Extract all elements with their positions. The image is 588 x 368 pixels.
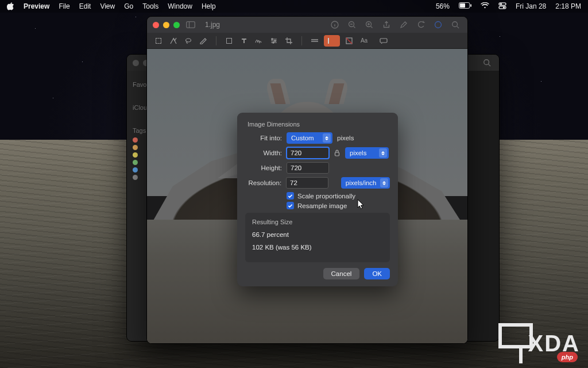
resolution-unit-select[interactable]: pixels/inch [341, 177, 390, 189]
resolution-input[interactable] [286, 177, 328, 189]
svg-rect-3 [499, 2, 506, 5]
tool-text-icon[interactable] [238, 36, 250, 46]
menu-edit[interactable]: Edit [79, 2, 91, 10]
zoom-in-icon[interactable] [363, 18, 376, 31]
svg-point-5 [500, 3, 501, 4]
menu-go[interactable]: Go [124, 2, 133, 10]
svg-point-14 [186, 39, 191, 42]
markup-icon[interactable] [397, 18, 410, 31]
svg-point-7 [484, 60, 489, 65]
rotate-icon[interactable] [415, 18, 427, 31]
scale-proportionally-checkbox[interactable] [287, 192, 294, 200]
svg-rect-19 [380, 39, 387, 43]
svg-point-15 [272, 38, 273, 39]
menu-file[interactable]: File [59, 2, 69, 10]
svg-point-17 [273, 41, 274, 43]
menubar-time[interactable]: 2:18 PM [555, 2, 581, 10]
mouse-cursor-icon [357, 199, 365, 211]
width-label: Width: [245, 150, 282, 156]
resolution-label: Resolution: [245, 179, 281, 186]
chevron-updown-icon [379, 148, 387, 158]
tool-sketch-icon[interactable] [198, 36, 209, 46]
tool-instant-alpha-icon[interactable] [168, 36, 179, 46]
php-badge: php [557, 352, 578, 362]
fit-into-select[interactable]: Custom [287, 132, 332, 144]
resulting-size-title: Resulting Size [252, 218, 383, 225]
tool-font-icon[interactable]: Aa [358, 36, 370, 46]
window-close-icon[interactable] [153, 22, 159, 28]
height-input[interactable] [287, 162, 329, 174]
resample-image-checkbox[interactable] [287, 202, 294, 209]
window-maximize-icon[interactable] [173, 22, 180, 28]
window-minimize-icon[interactable] [163, 22, 169, 28]
search-icon[interactable] [481, 56, 493, 69]
width-height-unit-select[interactable]: pixels [345, 147, 389, 159]
resulting-percent: 66.7 percent [252, 231, 383, 238]
svg-rect-1 [460, 3, 465, 7]
search-icon[interactable] [449, 18, 462, 31]
tool-line-style-icon[interactable] [309, 36, 320, 46]
dialog-title: Image Dimensions [247, 121, 390, 128]
menu-tools[interactable]: Tools [142, 2, 158, 10]
svg-point-11 [366, 22, 372, 27]
fit-into-unit: pixels [337, 135, 354, 141]
svg-rect-4 [499, 6, 506, 8]
apple-menu-icon[interactable] [7, 2, 14, 10]
svg-rect-18 [346, 38, 352, 44]
chevron-updown-icon [380, 178, 388, 187]
width-input[interactable] [287, 147, 329, 159]
lock-icon[interactable] [332, 148, 342, 158]
svg-point-9 [331, 21, 338, 28]
markup-toolbar: Aa [147, 33, 467, 49]
svg-rect-8 [187, 22, 195, 28]
zoom-out-icon[interactable] [346, 18, 358, 31]
tool-select-rect-icon[interactable] [153, 36, 164, 46]
cancel-button[interactable]: Cancel [323, 268, 360, 279]
wifi-icon[interactable] [481, 2, 489, 10]
finder-close-icon[interactable] [133, 60, 139, 66]
svg-rect-20 [335, 152, 339, 156]
tool-shapes-icon[interactable] [223, 36, 235, 46]
fit-into-label: Fit into: [245, 135, 282, 141]
chevron-updown-icon [323, 133, 331, 143]
svg-rect-2 [470, 4, 471, 7]
tool-fill-color-icon[interactable] [343, 36, 355, 46]
resulting-size-box: Resulting Size 66.7 percent 102 KB (was … [245, 213, 390, 262]
share-icon[interactable] [380, 18, 393, 31]
menu-help[interactable]: Help [202, 2, 216, 10]
svg-point-13 [452, 22, 458, 27]
adjust-size-dialog: Image Dimensions Fit into: Custom pixels… [237, 113, 398, 286]
window-filename: 1.jpg [205, 21, 220, 29]
control-center-icon[interactable] [498, 2, 506, 11]
tool-crop-icon[interactable] [283, 36, 295, 46]
battery-percent[interactable]: 56% [436, 2, 450, 10]
tool-lasso-icon[interactable] [183, 36, 194, 46]
height-label: Height: [245, 164, 282, 171]
resulting-bytes: 102 KB (was 56 KB) [252, 244, 383, 251]
tool-border-color-icon[interactable] [324, 35, 340, 47]
menubar-app-name[interactable]: Preview [24, 2, 49, 10]
svg-point-12 [435, 22, 442, 28]
info-icon[interactable] [328, 18, 341, 31]
tool-adjust-icon[interactable] [268, 36, 280, 46]
tool-annotate-icon[interactable] [378, 36, 389, 46]
scale-proportionally-label: Scale proportionally [297, 193, 355, 200]
highlight-icon[interactable] [432, 18, 444, 31]
tool-sign-icon[interactable] [253, 36, 265, 46]
menubar: Preview File Edit View Go Tools Window H… [0, 0, 588, 13]
svg-point-16 [274, 40, 276, 41]
menubar-date[interactable]: Fri Jan 28 [516, 2, 546, 10]
battery-icon[interactable] [459, 2, 471, 10]
svg-point-6 [503, 6, 504, 7]
menu-view[interactable]: View [100, 2, 115, 10]
resample-image-label: Resample image [297, 202, 347, 209]
svg-point-10 [349, 22, 354, 27]
ok-button[interactable]: OK [364, 268, 390, 279]
sidebar-toggle-icon[interactable] [184, 18, 197, 31]
menu-window[interactable]: Window [168, 2, 192, 10]
preview-titlebar[interactable]: 1.jpg [147, 17, 467, 33]
svg-rect-0 [459, 2, 469, 8]
